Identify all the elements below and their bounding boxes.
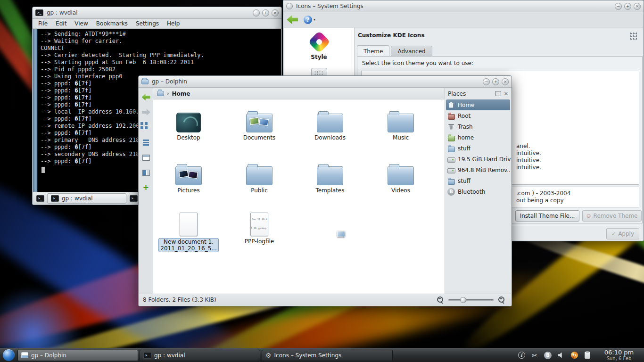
dolphin-titlebar[interactable]: gp – Dolphin − + × <box>139 76 512 88</box>
sync-button[interactable]: ↻ <box>569 350 580 361</box>
icons-view-button[interactable] <box>140 121 152 133</box>
apply-button[interactable]: ✓ Apply <box>606 228 639 239</box>
pictures-folder-icon <box>175 166 202 185</box>
tab-theme[interactable]: Theme <box>357 45 389 56</box>
folder-item-music[interactable]: Music <box>368 104 434 141</box>
item-label: Public <box>226 187 292 194</box>
minimize-button[interactable]: − <box>253 9 260 16</box>
maximize-button[interactable]: + <box>492 78 499 85</box>
terminal-scrollbar[interactable] <box>33 29 38 192</box>
folder-item-pictures[interactable]: Pictures <box>156 157 222 194</box>
compact-view-button[interactable] <box>140 136 152 148</box>
folder-icon <box>317 114 343 132</box>
forward-button[interactable] <box>140 106 152 118</box>
task-label: gp : wvdial <box>154 352 185 359</box>
blank-document-icon <box>180 213 198 236</box>
info-icon: i <box>518 352 525 359</box>
tab-advanced[interactable]: Advanced <box>391 46 432 56</box>
place-item-removable-drive[interactable]: 964.8 MiB Remov... <box>445 165 511 175</box>
folder-item-public[interactable]: Public <box>226 157 292 194</box>
dolphin-folder-view[interactable]: Desktop Documents Downloads Music Pictur… <box>153 99 446 294</box>
place-label: 19.5 GiB Hard Drive <box>458 156 511 163</box>
file-item-new-document[interactable]: New document 1.2011_01_20_16_5... <box>156 208 222 252</box>
file-item-ppp-logfile[interactable]: Jan 17 09:4 7:18 gp-Asp ire-5738 pp pd[1… <box>226 208 292 245</box>
apply-label: Apply <box>618 230 634 237</box>
new-tab-button[interactable]: >_ <box>34 193 46 203</box>
minimize-button[interactable]: − <box>615 3 622 10</box>
clock[interactable]: 06:10 pm Sun, 6 Feb <box>597 349 641 362</box>
close-button[interactable]: × <box>272 9 279 16</box>
device-notifier-button[interactable]: i <box>516 350 527 361</box>
place-item-stuff[interactable]: stuff <box>445 143 511 154</box>
place-item-stuff-2[interactable]: stuff <box>445 175 511 186</box>
menu-help[interactable]: Help <box>167 20 180 27</box>
back-button[interactable] <box>140 91 152 103</box>
slider-handle[interactable] <box>460 297 466 303</box>
install-theme-button[interactable]: Install Theme File... <box>515 210 579 222</box>
place-item-hard-drive[interactable]: 19.5 GiB Hard Drive <box>445 154 511 165</box>
zoom-in-icon[interactable]: + <box>498 296 505 304</box>
breadcrumb[interactable]: › Home <box>153 88 444 99</box>
place-item-trash[interactable]: Trash <box>445 121 511 132</box>
folder-item-videos[interactable]: Videos <box>368 157 434 194</box>
place-item-home[interactable]: Home <box>446 99 510 110</box>
sidebar-item-style[interactable]: Style <box>284 33 354 60</box>
kde-menu-button[interactable] <box>3 349 15 361</box>
close-panel-icon[interactable]: × <box>504 91 508 96</box>
folder-item-downloads[interactable]: Downloads <box>297 104 363 141</box>
remove-theme-button[interactable]: ⊖ Remove Theme <box>582 210 642 222</box>
taskbar-task-system-settings[interactable]: ⚙ Icons – System Settings <box>262 350 393 361</box>
place-item-bluetooth[interactable]: B Bluetooth <box>445 186 511 197</box>
folder-item-desktop[interactable]: Desktop <box>156 104 222 141</box>
maximize-button[interactable]: + <box>262 9 269 16</box>
folder-item-templates[interactable]: Templates <box>297 157 363 194</box>
maximize-button[interactable]: + <box>624 3 631 10</box>
description-line: .com ) - 2003-2004 <box>516 190 570 197</box>
drag-ghost-icon <box>337 231 345 237</box>
add-button[interactable]: + <box>140 181 152 194</box>
menu-view[interactable]: View <box>74 20 88 27</box>
breadcrumb-location[interactable]: Home <box>172 90 190 97</box>
item-label: Desktop <box>156 134 222 141</box>
taskbar-task-dolphin[interactable]: gp – Dolphin <box>17 350 138 361</box>
scissors-icon[interactable]: ✂ <box>529 350 540 361</box>
item-label: Videos <box>368 187 434 194</box>
close-button[interactable]: × <box>502 78 509 85</box>
overview-grid-icon[interactable] <box>629 32 637 40</box>
terminal-icon: >_ <box>36 195 44 202</box>
taskbar-task-terminal[interactable]: >_ gp : wvdial <box>140 350 260 361</box>
places-panel: Places × Home Root Trash home <box>445 88 511 294</box>
place-item-root[interactable]: Root <box>445 110 511 121</box>
minimize-button[interactable]: − <box>483 78 490 85</box>
menu-edit[interactable]: Edit <box>56 20 66 27</box>
place-item-home-folder[interactable]: home <box>445 132 511 143</box>
clipboard-icon <box>585 352 590 359</box>
clipboard-button[interactable] <box>582 350 593 361</box>
menu-bookmarks[interactable]: Bookmarks <box>96 20 128 27</box>
list-line: intuitive. <box>516 164 541 171</box>
folder-item-documents[interactable]: Documents <box>226 104 292 141</box>
clock-date: Sun, 6 Feb <box>597 355 641 362</box>
check-icon: ✓ <box>611 231 616 237</box>
speaker-icon <box>558 352 564 359</box>
chevron-right-icon: › <box>167 90 169 97</box>
terminal-titlebar[interactable]: >_ gp : wvdial − + × <box>33 7 281 19</box>
split-view-tab-button[interactable]: >_ <box>128 193 139 203</box>
zoom-out-icon[interactable]: − <box>437 296 444 304</box>
back-icon[interactable] <box>287 15 298 24</box>
settings-titlebar[interactable]: Icons – System Settings − + × <box>283 0 644 12</box>
terminal-tab[interactable]: >_ gp : wvdial <box>47 193 126 204</box>
zoom-slider[interactable] <box>448 297 494 303</box>
split-view-button[interactable] <box>140 166 152 179</box>
float-panel-icon[interactable] <box>496 92 501 96</box>
menu-settings[interactable]: Settings <box>136 20 159 27</box>
theme-description-text: .com ) - 2003-2004 out being a copy <box>516 190 570 204</box>
menu-file[interactable]: File <box>38 20 48 27</box>
volume-button[interactable] <box>555 350 567 361</box>
close-button[interactable]: × <box>634 3 641 10</box>
window-menu-button[interactable] <box>286 3 293 9</box>
place-label: stuff <box>458 145 471 152</box>
details-view-button[interactable] <box>140 151 152 164</box>
bluetooth-tray-button[interactable]: B <box>542 350 553 361</box>
help-button[interactable]: ? ▾ <box>304 16 315 24</box>
